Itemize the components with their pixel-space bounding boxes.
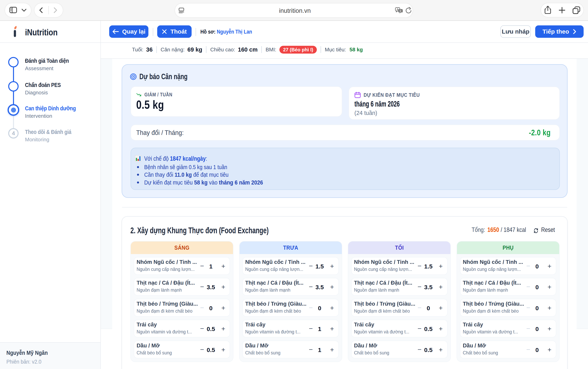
svg-text:A: A	[397, 8, 399, 11]
svg-text:文: 文	[399, 9, 402, 12]
